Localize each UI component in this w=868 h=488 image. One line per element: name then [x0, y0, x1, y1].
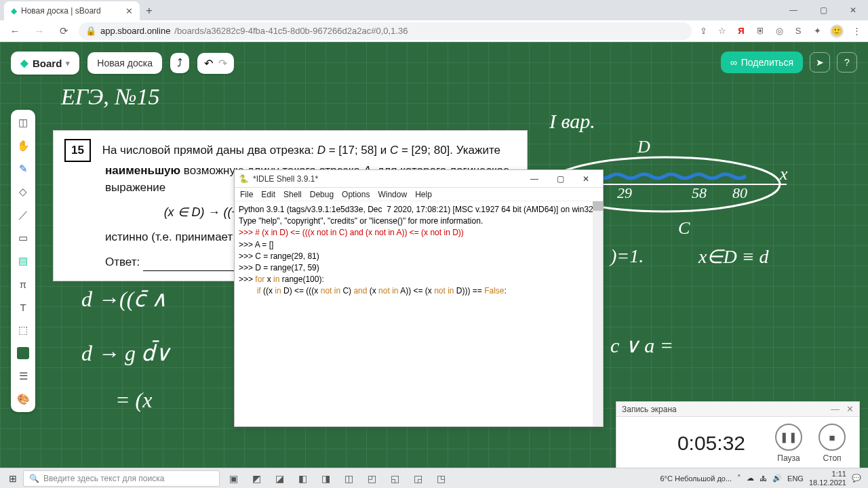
upload-icon: ⤴	[177, 57, 182, 69]
idle-titlebar[interactable]: 🐍 *IDLE Shell 3.9.1* — ▢ ✕	[235, 170, 603, 188]
url-host: app.sboard.online	[100, 26, 170, 36]
taskbar-app-icon[interactable]: ◫	[339, 469, 358, 488]
url-field[interactable]: 🔒 app.sboard.online/boards/a36282c9-4fba…	[79, 22, 692, 40]
menu-window[interactable]: Window	[378, 190, 407, 199]
browser-tab-strip: ◆ Новая доска | sBoard ✕ + — ▢ ✕	[0, 0, 868, 20]
windows-taskbar: ⊞ 🔍 Введите здесь текст для поиска ▣ ◩ ◪…	[0, 468, 868, 488]
menu-file[interactable]: File	[240, 190, 253, 199]
lock-icon: 🔒	[85, 26, 96, 36]
recorder-minimize-icon[interactable]: —	[831, 404, 840, 414]
book-tool[interactable]: ▤	[14, 252, 33, 270]
idle-menubar: File Edit Shell Debug Options Window Hel…	[235, 188, 603, 201]
tray-chevron-icon[interactable]: ˄	[737, 474, 741, 483]
close-icon[interactable]: ✕	[125, 6, 133, 16]
math-tool[interactable]: π	[14, 275, 33, 293]
maximize-icon[interactable]: ▢	[808, 0, 838, 20]
taskbar-app-icon[interactable]: ◱	[385, 469, 404, 488]
puzzle-icon[interactable]: ✦	[811, 25, 823, 37]
url-path: /boards/a36282c9-4fba-41c5-8d0b-967266d2…	[174, 26, 408, 36]
start-button[interactable]: ⊞	[3, 468, 23, 489]
answer-label: Ответ:	[105, 253, 140, 271]
ublock-icon[interactable]: ⛨	[754, 25, 766, 37]
taskbar-app-icon[interactable]: ◲	[408, 469, 427, 488]
pen-tool[interactable]: ✎	[14, 160, 33, 178]
extension-s-icon[interactable]: S	[792, 25, 804, 37]
eraser-tool[interactable]: ◇	[14, 183, 33, 201]
yandex-icon[interactable]: Я	[735, 25, 747, 37]
color-swatch[interactable]	[14, 344, 33, 362]
tray-network-icon[interactable]: 🖧	[760, 474, 767, 483]
minimize-icon[interactable]: —	[778, 0, 808, 20]
back-button[interactable]: ←	[5, 22, 24, 41]
taskbar-app-icon[interactable]: ◨	[316, 469, 335, 488]
kebab-icon[interactable]: ⋮	[850, 25, 863, 37]
undo-button[interactable]: ↶	[204, 57, 213, 70]
rect-tool[interactable]: ▭	[14, 229, 33, 247]
tray-clock[interactable]: 1:11 18.12.2021	[809, 470, 846, 486]
tool-palette: ◫ ✋ ✎ ◇ ／ ▭ ▤ π T ⬚ ☰ 🎨	[11, 110, 35, 412]
taskbar-app-icon[interactable]: ◳	[431, 469, 450, 488]
hand-title: ЕГЭ, №15	[61, 84, 159, 110]
tab-favicon: ◆	[11, 6, 17, 16]
upload-button[interactable]: ⤴	[170, 53, 189, 73]
shapes-tool[interactable]: ⬚	[14, 321, 33, 339]
tray-language[interactable]: ENG	[787, 474, 804, 483]
cursor-mode-button[interactable]: ➤	[810, 52, 830, 73]
hand-left1: d →((c̄ ∧	[81, 286, 167, 312]
menu-shell[interactable]: Shell	[283, 190, 302, 199]
taskbar-search[interactable]: 🔍 Введите здесь текст для поиска	[23, 470, 220, 487]
address-bar: ← → ⟳ 🔒 app.sboard.online/boards/a36282c…	[0, 20, 868, 42]
hand-left2: d → g d̄∨	[81, 340, 170, 366]
recorder-pause-button[interactable]: ❚❚ Пауза	[775, 424, 802, 463]
text-tool[interactable]: T	[14, 298, 33, 316]
taskbar-app-icon[interactable]: ◪	[270, 469, 289, 488]
palette-tool[interactable]: 🎨	[14, 390, 33, 408]
idle-shell-output[interactable]: Python 3.9.1 (tags/v3.9.1:1e5d33e, Dec 7…	[235, 201, 603, 426]
extension-icon[interactable]: ◎	[773, 25, 785, 37]
taskbar-app-icon[interactable]: ◩	[247, 469, 266, 488]
share-icon: ∞	[730, 57, 737, 68]
idle-scrollbar[interactable]	[593, 201, 603, 426]
recorder-titlebar[interactable]: Запись экрана — ✕	[616, 402, 859, 417]
select-tool[interactable]: ◫	[14, 114, 33, 131]
tray-volume-icon[interactable]: 🔊	[772, 474, 782, 483]
idle-close-icon[interactable]: ✕	[573, 174, 599, 184]
hand-tool[interactable]: ✋	[14, 137, 33, 155]
tray-onedrive-icon[interactable]: ☁	[747, 474, 754, 483]
idle-maximize-icon[interactable]: ▢	[547, 174, 573, 184]
recorder-close-icon[interactable]: ✕	[846, 404, 854, 414]
share-button[interactable]: ∞Поделиться	[721, 52, 803, 73]
tray-notifications-icon[interactable]: 💬	[852, 474, 861, 483]
menu-help[interactable]: Help	[415, 190, 432, 199]
browser-tab[interactable]: ◆ Новая доска | sBoard ✕	[4, 1, 140, 20]
chevron-down-icon: ▾	[66, 59, 70, 68]
avatar[interactable]: 🙂	[830, 24, 844, 38]
menu-options[interactable]: Options	[342, 190, 370, 199]
recorder-stop-button[interactable]: ■ Стоп	[818, 424, 846, 463]
line-tool[interactable]: ／	[14, 206, 33, 224]
menu-debug[interactable]: Debug	[310, 190, 334, 199]
hand-eq2: x∈D ≡ d	[698, 245, 769, 268]
hand-var: I вар.	[549, 110, 595, 133]
share-page-icon[interactable]: ⇪	[697, 25, 709, 37]
recorder-elapsed: 0:05:32	[677, 432, 745, 455]
pause-icon: ❚❚	[775, 424, 802, 451]
close-window-icon[interactable]: ✕	[838, 0, 868, 20]
reload-button[interactable]: ⟳	[54, 22, 73, 41]
taskbar-app-icon[interactable]: ◰	[362, 469, 381, 488]
new-tab-button[interactable]: +	[140, 1, 159, 20]
tab-title: Новая доска | sBoard	[21, 6, 101, 16]
weather-widget[interactable]: 6°C Небольшой до...	[660, 474, 732, 483]
forward-button[interactable]: →	[30, 22, 49, 41]
task-view-icon[interactable]: ▣	[224, 469, 243, 488]
idle-minimize-icon[interactable]: —	[521, 174, 547, 184]
stroke-width-tool[interactable]: ☰	[14, 367, 33, 385]
taskbar-app-icon[interactable]: ◧	[293, 469, 312, 488]
problem-number: 15	[64, 139, 91, 162]
menu-edit[interactable]: Edit	[261, 190, 275, 199]
board-name[interactable]: Новая доска	[87, 52, 162, 74]
sboard-logo[interactable]: ◆Board▾	[11, 52, 79, 75]
help-button[interactable]: ?	[837, 52, 857, 73]
redo-button[interactable]: ↷	[218, 57, 227, 70]
bookmark-icon[interactable]: ☆	[716, 25, 728, 37]
